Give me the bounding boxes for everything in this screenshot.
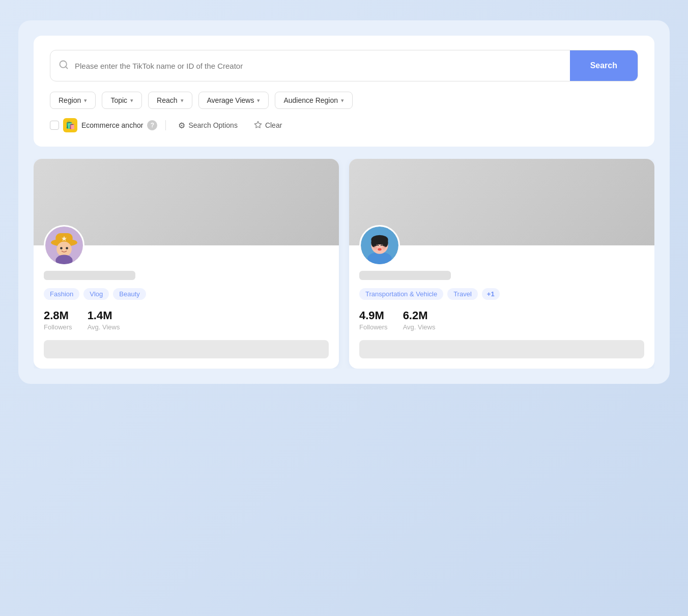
reach-chevron-icon: ▾ [181,97,184,104]
clear-icon [254,121,262,130]
followers-stat-2: 4.9M Followers [359,309,388,331]
search-bar: Search [50,50,638,81]
avatar-2 [359,225,400,266]
audience-region-label: Audience Region [283,96,338,104]
tag-travel[interactable]: Travel [447,288,478,300]
tag-transportation[interactable]: Transportation & Vehicle [359,288,443,300]
followers-label-1: Followers [44,323,72,331]
ecommerce-checkbox[interactable] [50,121,59,130]
main-container: Search Region ▾ Topic ▾ Reach ▾ Average … [18,20,670,384]
svg-point-6 [56,242,72,257]
options-row: 🛍️ Ecommerce anchor ? ⚙ Search Options C… [50,118,638,132]
avg-views-chevron-icon: ▾ [257,97,260,104]
avatar-wrap-1 [44,225,329,266]
tag-beauty[interactable]: Beauty [113,288,146,300]
topic-label: Topic [110,96,127,104]
avg-views-value-1: 1.4M [88,309,120,322]
topic-chevron-icon: ▾ [130,97,133,104]
avg-views-value-2: 6.2M [403,309,436,322]
region-chevron-icon: ▾ [84,97,87,104]
svg-point-15 [371,238,377,247]
creator-card-1: Fashion Vlog Beauty 2.8M Followers 1.4M … [34,159,339,369]
avg-views-stat-2: 6.2M Avg. Views [403,309,436,331]
avg-views-label-2: Avg. Views [403,323,436,331]
clear-label: Clear [265,121,282,129]
audience-region-filter[interactable]: Audience Region ▾ [275,92,353,109]
action-placeholder-1 [44,340,329,358]
tag-vlog[interactable]: Vlog [83,288,109,300]
search-input[interactable] [75,52,562,79]
followers-value-2: 4.9M [359,309,388,322]
reach-filter[interactable]: Reach ▾ [148,92,192,109]
stats-row-2: 4.9M Followers 6.2M Avg. Views [359,309,644,331]
sliders-icon: ⚙ [178,121,185,130]
clear-button[interactable]: Clear [250,119,286,132]
avatar-1 [44,225,84,266]
topic-filter[interactable]: Topic ▾ [102,92,142,109]
svg-point-18 [382,246,386,249]
tag-more[interactable]: +1 [482,288,500,300]
creator-card-2: Transportation & Vehicle Travel +1 4.9M … [349,159,654,369]
stats-row-1: 2.8M Followers 1.4M Avg. Views [44,309,329,331]
svg-point-17 [374,246,377,249]
followers-stat-1: 2.8M Followers [44,309,72,331]
svg-point-8 [66,247,68,249]
audience-region-chevron-icon: ▾ [341,97,344,104]
avg-views-stat-1: 1.4M Avg. Views [88,309,120,331]
card-body-2: Transportation & Vehicle Travel +1 4.9M … [349,225,654,369]
name-placeholder-2 [359,271,451,280]
search-options-label: Search Options [188,121,238,129]
svg-rect-19 [378,248,381,251]
svg-point-9 [55,255,72,266]
average-views-filter[interactable]: Average Views ▾ [198,92,269,109]
region-filter[interactable]: Region ▾ [50,92,96,109]
search-panel: Search Region ▾ Topic ▾ Reach ▾ Average … [34,36,654,147]
ecommerce-checkbox-wrap: 🛍️ Ecommerce anchor ? [50,118,157,132]
search-input-wrap [50,52,570,79]
avatar-wrap-2 [359,225,644,266]
tag-fashion[interactable]: Fashion [44,288,79,300]
svg-point-16 [383,238,388,247]
followers-label-2: Followers [359,323,388,331]
tags-row-2: Transportation & Vehicle Travel +1 [359,288,644,300]
svg-point-12 [367,252,392,265]
help-icon[interactable]: ? [147,120,157,130]
svg-point-7 [60,247,63,249]
filter-row: Region ▾ Topic ▾ Reach ▾ Average Views ▾… [50,92,638,109]
cards-row: Fashion Vlog Beauty 2.8M Followers 1.4M … [34,159,654,369]
svg-marker-2 [254,121,261,128]
average-views-label: Average Views [207,96,254,104]
divider [165,120,166,130]
region-label: Region [59,96,81,104]
search-icon [59,60,69,72]
card-body-1: Fashion Vlog Beauty 2.8M Followers 1.4M … [34,225,339,369]
search-options-button[interactable]: ⚙ Search Options [174,119,242,132]
reach-label: Reach [157,96,177,104]
tags-row-1: Fashion Vlog Beauty [44,288,329,300]
action-placeholder-2 [359,340,644,358]
name-placeholder-1 [44,271,135,280]
ecommerce-icon: 🛍️ [63,118,77,132]
avg-views-label-1: Avg. Views [88,323,120,331]
svg-line-1 [66,66,68,68]
search-button[interactable]: Search [570,50,638,81]
followers-value-1: 2.8M [44,309,72,322]
ecommerce-label: Ecommerce anchor [81,121,143,129]
